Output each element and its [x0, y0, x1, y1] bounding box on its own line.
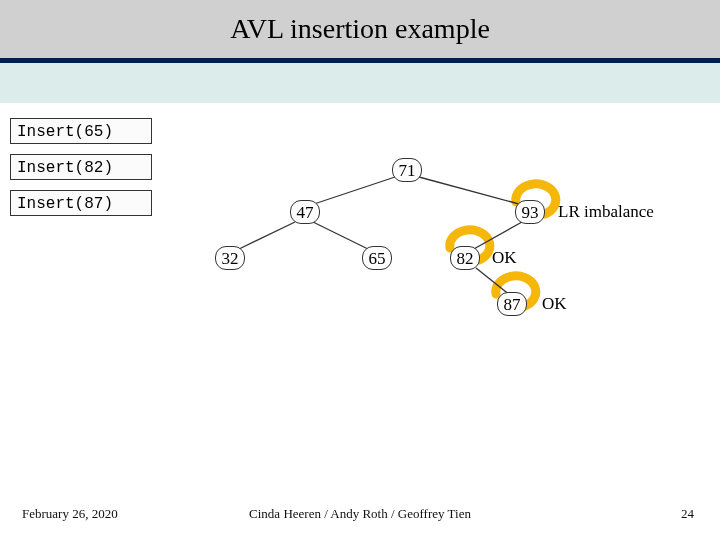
svg-line-4 [472, 222, 522, 250]
note-82: OK [492, 248, 517, 268]
insert-op-2: Insert(82) [10, 154, 152, 180]
node-71: 71 [392, 158, 422, 182]
node-71-label: 71 [399, 161, 416, 180]
node-47-label: 47 [297, 203, 314, 222]
insert-op-3-label: Insert(87) [17, 195, 113, 213]
slide: AVL insertion example Insert(65) Insert(… [0, 0, 720, 540]
svg-line-2 [237, 222, 295, 250]
insert-op-1: Insert(65) [10, 118, 152, 144]
node-87: 87 [497, 292, 527, 316]
insert-op-3: Insert(87) [10, 190, 152, 216]
node-82-label: 82 [457, 249, 474, 268]
note-93: LR imbalance [558, 202, 654, 222]
svg-line-3 [313, 222, 370, 250]
node-87-label: 87 [504, 295, 521, 314]
node-93-label: 93 [522, 203, 539, 222]
slide-title: AVL insertion example [230, 13, 490, 45]
node-82: 82 [450, 246, 480, 270]
insert-op-1-label: Insert(65) [17, 123, 113, 141]
node-47: 47 [290, 200, 320, 224]
node-65: 65 [362, 246, 392, 270]
subtitle-band [0, 63, 720, 103]
insert-op-2-label: Insert(82) [17, 159, 113, 177]
title-band: AVL insertion example [0, 0, 720, 58]
footer-page: 24 [681, 506, 694, 522]
svg-line-0 [314, 177, 395, 204]
svg-line-1 [419, 177, 519, 204]
node-32-label: 32 [222, 249, 239, 268]
node-65-label: 65 [369, 249, 386, 268]
node-32: 32 [215, 246, 245, 270]
node-93: 93 [515, 200, 545, 224]
footer-credits: Cinda Heeren / Andy Roth / Geoffrey Tien [0, 506, 720, 522]
note-87: OK [542, 294, 567, 314]
